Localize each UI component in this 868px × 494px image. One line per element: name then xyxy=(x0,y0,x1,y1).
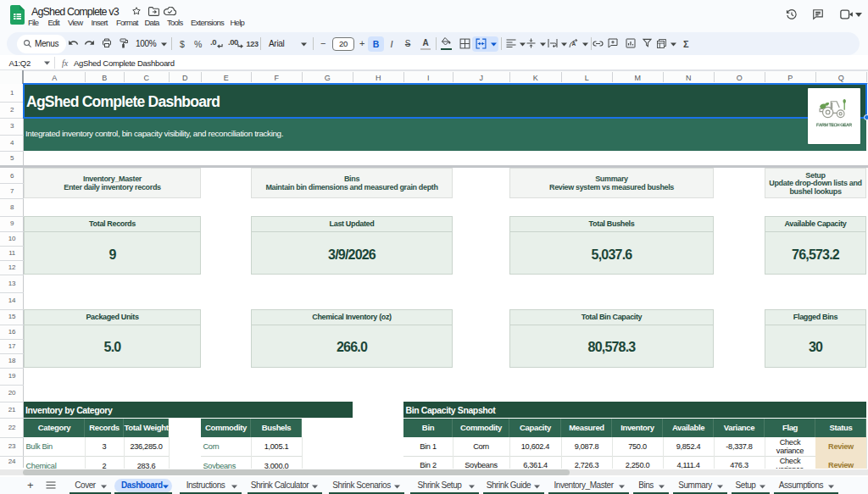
svg-text:A: A xyxy=(572,41,576,47)
